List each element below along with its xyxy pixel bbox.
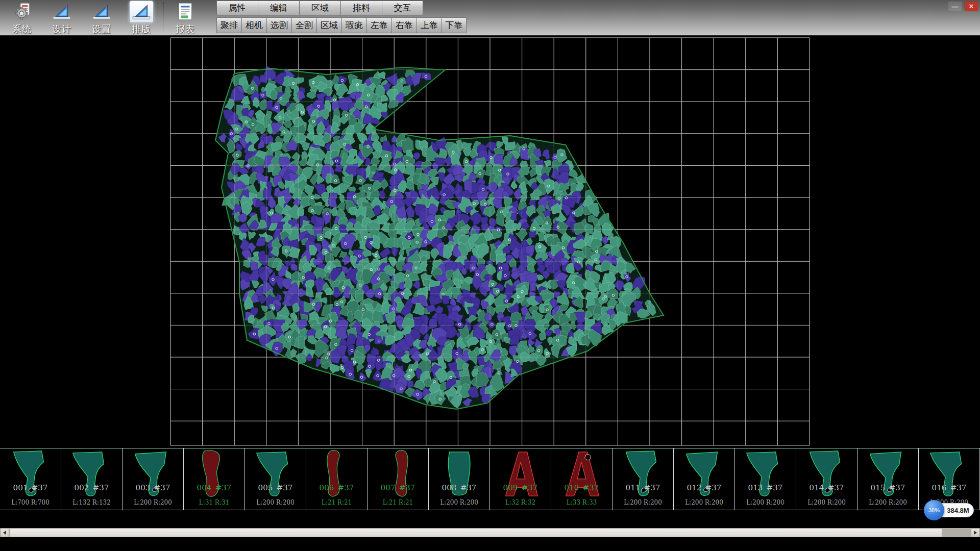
piece-thumbnail-009_#37[interactable]: 009_#37L:32 R:32 <box>490 448 551 510</box>
piece-name: 008_#37 <box>429 483 489 492</box>
action-button-左靠[interactable]: 左靠 <box>366 17 391 33</box>
action-button-row: 聚排相机选割全割区域瑕疵左靠右靠上靠下靠 <box>216 17 467 33</box>
scroll-left-button[interactable] <box>0 528 9 537</box>
progress-value: 38% <box>928 507 940 513</box>
piece-lr-count: L:32 R:32 <box>490 499 551 506</box>
menu-tab-row: 属性编辑区域排料交互 <box>216 1 467 15</box>
toolbar-divider <box>163 2 164 33</box>
toolbar-button-label: 设置 <box>92 23 111 35</box>
memory-value: 384.8M <box>947 507 969 514</box>
piece-name: 016_#37 <box>919 483 979 492</box>
piece-thumbnail-013_#37[interactable]: 013_#37L:200 R:200 <box>735 448 796 510</box>
piece-thumbnail-016_#37[interactable]: 016_#37L:200 R:200 <box>919 448 980 510</box>
action-button-右靠[interactable]: 右靠 <box>391 17 416 33</box>
nesting-ruler-icon <box>130 1 153 22</box>
settings-ruler-icon <box>90 1 113 22</box>
progress-badge: 38% <box>924 500 944 520</box>
scroll-left-arrow-icon <box>3 531 6 535</box>
menu-tab-编辑[interactable]: 编辑 <box>258 1 299 15</box>
toolbar-button-label: 报表 <box>176 23 195 35</box>
piece-lr-count: L:200 R:200 <box>122 499 183 506</box>
toolbar-button-排版[interactable]: 排版 <box>121 0 161 35</box>
toolbar-button-group: 系统 设计 设置 排版 报表 <box>2 0 205 36</box>
scroll-right-button[interactable] <box>971 528 980 537</box>
toolbar-button-label: 系统 <box>12 23 32 35</box>
toolbar-button-label: 排版 <box>132 23 151 35</box>
piece-thumbnail-015_#37[interactable]: 015_#37L:200 R:200 <box>857 448 919 510</box>
piece-name: 010_#37 <box>551 483 612 492</box>
piece-thumbnail-004_#37[interactable]: 004_#37L:31 R:31 <box>184 448 245 510</box>
piece-lr-count: L:700 R:700 <box>0 499 61 506</box>
piece-name: 004_#37 <box>184 483 244 492</box>
piece-lr-count: L:200 R:200 <box>857 499 918 506</box>
piece-name: 012_#37 <box>674 483 734 492</box>
action-button-下靠[interactable]: 下靠 <box>442 17 467 33</box>
piece-lr-count: L:21 R:21 <box>368 499 428 506</box>
piece-thumbnail-014_#37[interactable]: 014_#37L:200 R:200 <box>796 448 857 510</box>
scrollbar-thumb[interactable] <box>10 528 942 537</box>
toolbar-button-系统[interactable]: 系统 <box>2 0 42 35</box>
piece-name: 009_#37 <box>490 483 551 492</box>
menu-tab-交互[interactable]: 交互 <box>382 1 423 15</box>
piece-name: 007_#37 <box>368 483 428 492</box>
nesting-canvas-svg <box>0 36 980 448</box>
action-button-聚排[interactable]: 聚排 <box>216 17 241 33</box>
scrollbar-track[interactable] <box>9 528 971 537</box>
piece-name: 013_#37 <box>735 483 796 492</box>
close-button[interactable]: ✕ <box>965 2 978 11</box>
piece-lr-count: L:21 R:21 <box>306 499 367 506</box>
design-ruler-icon <box>50 1 74 22</box>
action-button-上靠[interactable]: 上靠 <box>416 17 442 33</box>
piece-lr-count: L:200 R:200 <box>674 499 734 506</box>
piece-thumbnail-001_#37[interactable]: 001_#37L:700 R:700 <box>0 448 61 510</box>
piece-thumbnail-006_#37[interactable]: 006_#37L:21 R:21 <box>306 448 368 510</box>
action-button-相机[interactable]: 相机 <box>241 17 266 33</box>
toolbar-button-label: 设计 <box>52 23 71 35</box>
piece-lr-count: L:200 R:200 <box>796 499 857 506</box>
menu-tab-区域[interactable]: 区域 <box>299 1 340 15</box>
piece-thumbnail-012_#37[interactable]: 012_#37L:200 R:200 <box>674 448 735 510</box>
piece-thumbnail-005_#37[interactable]: 005_#37L:200 R:200 <box>245 448 306 510</box>
piece-thumbnail-003_#37[interactable]: 003_#37L:200 R:200 <box>122 448 184 510</box>
piece-thumbnail-011_#37[interactable]: 011_#37L:200 R:200 <box>612 448 674 510</box>
piece-lr-count: L:200 R:200 <box>612 499 673 506</box>
piece-thumbnail-010_#37[interactable]: 010_#37L:33 R:33 <box>551 448 612 510</box>
toolbar-button-设计[interactable]: 设计 <box>42 0 82 35</box>
piece-name: 015_#37 <box>857 483 918 492</box>
piece-name: 011_#37 <box>612 483 673 492</box>
action-button-全割[interactable]: 全割 <box>291 17 316 33</box>
piece-lr-count: L:200 R:200 <box>245 499 306 506</box>
piece-name: 001_#37 <box>0 483 61 492</box>
nesting-canvas[interactable] <box>0 36 980 448</box>
piece-lr-count: L:200 R:200 <box>429 499 489 506</box>
piece-name: 014_#37 <box>796 483 857 492</box>
toolbar-button-设置[interactable]: 设置 <box>82 0 121 35</box>
piece-name: 002_#37 <box>61 483 122 492</box>
piece-thumbnail-008_#37[interactable]: 008_#37L:200 R:200 <box>429 448 490 510</box>
action-button-区域[interactable]: 区域 <box>316 17 341 33</box>
piece-thumbnail-002_#37[interactable]: 002_#37L:132 R:132 <box>61 448 122 510</box>
action-button-瑕疵[interactable]: 瑕疵 <box>341 17 366 33</box>
piece-name: 005_#37 <box>245 483 306 492</box>
menu-area: 属性编辑区域排料交互 聚排相机选割全割区域瑕疵左靠右靠上靠下靠 <box>216 1 467 33</box>
horizontal-scrollbar[interactable] <box>0 528 980 537</box>
menu-tab-属性[interactable]: 属性 <box>216 1 258 15</box>
piece-lr-count: L:200 R:200 <box>735 499 796 506</box>
window-controls: — ✕ <box>948 2 978 11</box>
piece-name: 006_#37 <box>306 483 367 492</box>
report-doc-icon <box>174 1 197 22</box>
pieces-strip: 001_#37L:700 R:700002_#37L:132 R:132003_… <box>0 448 980 510</box>
piece-lr-count: L:31 R:31 <box>184 499 244 506</box>
canvas-grid-overlay <box>170 38 810 445</box>
minimize-button[interactable]: — <box>948 2 962 11</box>
piece-thumbnail-007_#37[interactable]: 007_#37L:21 R:21 <box>368 448 429 510</box>
toolbar-button-报表[interactable]: 报表 <box>165 0 205 35</box>
app-window: 系统 设计 设置 排版 报表 属性编辑区域排料交互 聚排相机选割全割区域瑕疵左靠… <box>0 0 980 551</box>
piece-lr-count: L:33 R:33 <box>551 499 612 506</box>
piece-lr-count: L:132 R:132 <box>61 499 122 506</box>
scroll-right-arrow-icon <box>974 531 977 535</box>
system-gear-icon <box>10 1 34 22</box>
action-button-选割[interactable]: 选割 <box>266 17 291 33</box>
main-toolbar: 系统 设计 设置 排版 报表 属性编辑区域排料交互 聚排相机选割全割区域瑕疵左靠… <box>0 0 980 36</box>
menu-tab-排料[interactable]: 排料 <box>340 1 382 15</box>
